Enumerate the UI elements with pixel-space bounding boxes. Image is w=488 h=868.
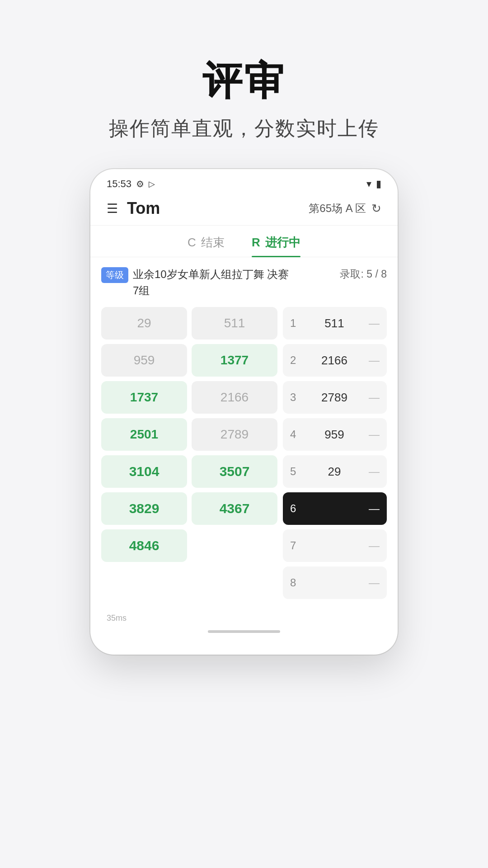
grid-area: 29 511 959 1377 1737 2166 2501 2789 bbox=[101, 307, 387, 599]
rank-dash: — bbox=[369, 428, 380, 441]
num-cell[interactable]: 4367 bbox=[192, 492, 277, 525]
rank-dash: — bbox=[369, 317, 380, 330]
rank-row-7[interactable]: 7 — bbox=[283, 529, 387, 562]
rank-dash: — bbox=[369, 576, 380, 589]
left-row-5: 3829 4367 bbox=[101, 492, 277, 525]
rank-value: 511 bbox=[303, 316, 366, 330]
num-cell[interactable]: 2166 bbox=[192, 381, 277, 414]
wifi-icon: ▾ bbox=[366, 178, 371, 190]
tab-ended[interactable]: C 结束 bbox=[188, 235, 225, 257]
num-cell[interactable]: 2501 bbox=[101, 418, 187, 451]
num-cell[interactable]: 511 bbox=[192, 307, 277, 340]
num-cell[interactable]: 3507 bbox=[192, 455, 277, 488]
left-grid: 29 511 959 1377 1737 2166 2501 2789 bbox=[101, 307, 277, 599]
status-bar: 15:53 ⚙ ▷ ▾ ▮ bbox=[90, 169, 398, 193]
play-icon: ▷ bbox=[149, 179, 155, 189]
rank-list: 1 511 — 2 2166 — 3 2789 — 4 959 — bbox=[283, 307, 387, 599]
num-cell[interactable]: 1737 bbox=[101, 381, 187, 414]
rank-row-2[interactable]: 2 2166 — bbox=[283, 344, 387, 377]
page-header: 评审 操作简单直观，分数实时上传 bbox=[109, 0, 379, 169]
category-left: 等级 业余10岁女单新人组拉丁舞 决赛7组 bbox=[101, 266, 334, 299]
admission-info: 录取: 5 / 8 bbox=[334, 267, 387, 281]
num-cell[interactable]: 959 bbox=[101, 344, 187, 377]
phone-frame: 15:53 ⚙ ▷ ▾ ▮ ☰ Tom 第65场 A 区 ↻ C 结束 R 进行… bbox=[90, 169, 398, 655]
gear-icon: ⚙ bbox=[136, 179, 144, 189]
left-row-0: 29 511 bbox=[101, 307, 277, 340]
page-title: 评审 bbox=[109, 54, 379, 108]
rank-number: 5 bbox=[290, 465, 303, 478]
rank-row-8[interactable]: 8 — bbox=[283, 566, 387, 599]
left-row-1: 959 1377 bbox=[101, 344, 277, 377]
status-right: ▾ ▮ bbox=[366, 178, 381, 190]
rank-number: 1 bbox=[290, 317, 303, 330]
rank-number: 7 bbox=[290, 539, 303, 552]
rank-value: 2789 bbox=[303, 391, 366, 405]
left-row-2: 1737 2166 bbox=[101, 381, 277, 414]
num-cell[interactable]: 4846 bbox=[101, 529, 187, 562]
refresh-icon[interactable]: ↻ bbox=[371, 202, 381, 216]
rank-dash: — bbox=[369, 391, 380, 404]
num-cell[interactable]: 3829 bbox=[101, 492, 187, 525]
rank-number: 4 bbox=[290, 428, 303, 441]
battery-icon: ▮ bbox=[376, 178, 381, 190]
num-cell[interactable]: 3104 bbox=[101, 455, 187, 488]
rank-value: 29 bbox=[303, 465, 366, 479]
footer-time: 35ms bbox=[107, 613, 127, 623]
header-left: ☰ Tom bbox=[107, 199, 160, 218]
tab-bar: C 结束 R 进行中 bbox=[90, 226, 398, 257]
header-right: 第65场 A 区 ↻ bbox=[309, 201, 381, 216]
rank-dash: — bbox=[369, 539, 380, 552]
page-subtitle: 操作简单直观，分数实时上传 bbox=[109, 115, 379, 142]
rank-dash: — bbox=[369, 354, 380, 367]
rank-dash: — bbox=[369, 465, 380, 478]
rank-row-6[interactable]: 6 — bbox=[283, 492, 387, 525]
rank-row-1[interactable]: 1 511 — bbox=[283, 307, 387, 340]
rank-number: 3 bbox=[290, 391, 303, 404]
rank-row-3[interactable]: 3 2789 — bbox=[283, 381, 387, 414]
app-title: Tom bbox=[127, 199, 160, 218]
num-cell[interactable]: 2789 bbox=[192, 418, 277, 451]
num-cell[interactable]: 29 bbox=[101, 307, 187, 340]
rank-row-4[interactable]: 4 959 — bbox=[283, 418, 387, 451]
time-display: 15:53 bbox=[107, 178, 131, 190]
num-cell[interactable]: 1377 bbox=[192, 344, 277, 377]
rank-number: 8 bbox=[290, 576, 303, 589]
content-area: 等级 业余10岁女单新人组拉丁舞 决赛7组 录取: 5 / 8 29 511 9… bbox=[90, 257, 398, 608]
rank-dash: — bbox=[369, 502, 380, 515]
tab-ongoing[interactable]: R 进行中 bbox=[252, 235, 300, 257]
left-row-3: 2501 2789 bbox=[101, 418, 277, 451]
category-title: 业余10岁女单新人组拉丁舞 决赛7组 bbox=[133, 266, 334, 299]
rank-value: 2166 bbox=[303, 354, 366, 368]
rank-row-5[interactable]: 5 29 — bbox=[283, 455, 387, 488]
left-row-4: 3104 3507 bbox=[101, 455, 277, 488]
menu-icon[interactable]: ☰ bbox=[107, 201, 118, 216]
home-indicator bbox=[208, 630, 280, 633]
rank-number: 2 bbox=[290, 354, 303, 367]
rank-number: 6 bbox=[290, 502, 303, 515]
category-row: 等级 业余10岁女单新人组拉丁舞 决赛7组 录取: 5 / 8 bbox=[101, 266, 387, 299]
status-left: 15:53 ⚙ ▷ bbox=[107, 178, 155, 190]
rank-value: 959 bbox=[303, 428, 366, 442]
app-header: ☰ Tom 第65场 A 区 ↻ bbox=[90, 193, 398, 226]
session-info: 第65场 A 区 bbox=[309, 201, 366, 216]
left-row-6: 4846 bbox=[101, 529, 277, 562]
grade-badge: 等级 bbox=[101, 267, 128, 283]
phone-footer: 35ms bbox=[90, 608, 398, 623]
